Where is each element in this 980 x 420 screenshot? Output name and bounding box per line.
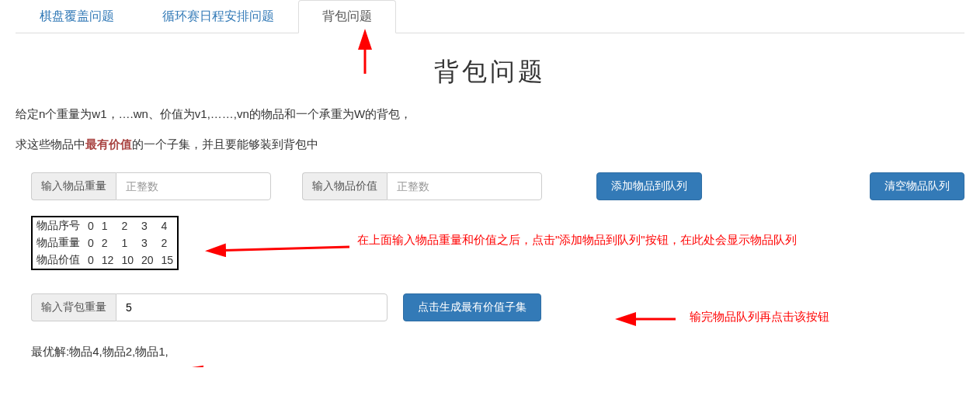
row-label-index: 物品序号	[32, 217, 84, 234]
cell: 12	[98, 252, 118, 269]
table-row: 物品序号 0 1 2 3 4	[32, 217, 178, 234]
tab-knapsack[interactable]: 背包问题	[298, 0, 396, 33]
content-pane: 背包问题 给定n个重量为w1，….wn、价值为v1,……,vn的物品和一个承重为…	[0, 33, 980, 367]
description-before: 求这些物品中	[16, 137, 85, 151]
capacity-row: 输入背包重量 点击生成最有价值子集	[16, 293, 964, 321]
arrow-result-icon	[179, 363, 303, 367]
cell: 1	[117, 234, 137, 252]
cell: 2	[98, 234, 118, 252]
weight-input-group: 输入物品重量	[31, 172, 271, 200]
weight-input[interactable]	[116, 172, 271, 200]
cell: 0	[84, 217, 98, 234]
capacity-input-group: 输入背包重量	[31, 293, 387, 321]
weight-input-label: 输入物品重量	[31, 172, 116, 200]
description-line1: 给定n个重量为w1，….wn、价值为v1,……,vn的物品和一个承重为W的背包，	[16, 105, 964, 123]
table-row: 物品重量 0 2 1 3 2	[32, 234, 178, 252]
table-row: 物品价值 0 12 10 20 15	[32, 252, 178, 269]
value-input-label: 输入物品价值	[302, 172, 387, 200]
add-item-button[interactable]: 添加物品到队列	[596, 172, 702, 200]
description-line2: 求这些物品中最有价值的一个子集，并且要能够装到背包中	[16, 135, 964, 154]
description-emph: 最有价值	[85, 137, 132, 151]
cell: 3	[137, 217, 158, 234]
result-prefix: 最优解:	[31, 345, 69, 358]
description-after: 的一个子集，并且要能够装到背包中	[132, 137, 318, 151]
cell: 3	[137, 234, 158, 252]
cell: 0	[84, 234, 98, 252]
cell: 0	[84, 252, 98, 269]
value-input-group: 输入物品价值	[302, 172, 542, 200]
result-line: 最优解:物品4,物品2,物品1,	[16, 345, 964, 359]
items-table: 物品序号 0 1 2 3 4 物品重量 0 2 1 3 2 物品价值 0 12 …	[31, 216, 179, 270]
cell: 2	[117, 217, 137, 234]
tabs-bar: 棋盘覆盖问题 循环赛日程安排问题 背包问题	[16, 0, 964, 33]
cell: 2	[158, 234, 179, 252]
cell: 15	[158, 252, 179, 269]
row-label-weight: 物品重量	[32, 234, 84, 252]
cell: 10	[117, 252, 137, 269]
clear-queue-button[interactable]: 清空物品队列	[870, 172, 964, 200]
row-label-value: 物品价值	[32, 252, 84, 269]
tab-roundrobin[interactable]: 循环赛日程安排问题	[138, 0, 298, 33]
input-row: 输入物品重量 输入物品价值 添加物品到队列 清空物品队列	[16, 172, 964, 200]
capacity-input[interactable]	[116, 293, 387, 321]
generate-button[interactable]: 点击生成最有价值子集	[403, 293, 541, 321]
capacity-input-label: 输入背包重量	[31, 293, 116, 321]
page-title: 背包问题	[16, 55, 964, 89]
cell: 20	[137, 252, 158, 269]
cell: 4	[158, 217, 179, 234]
result-value: 物品4,物品2,物品1,	[69, 345, 169, 358]
tab-chessboard[interactable]: 棋盘覆盖问题	[16, 0, 138, 33]
value-input[interactable]	[387, 172, 542, 200]
cell: 1	[98, 217, 118, 234]
